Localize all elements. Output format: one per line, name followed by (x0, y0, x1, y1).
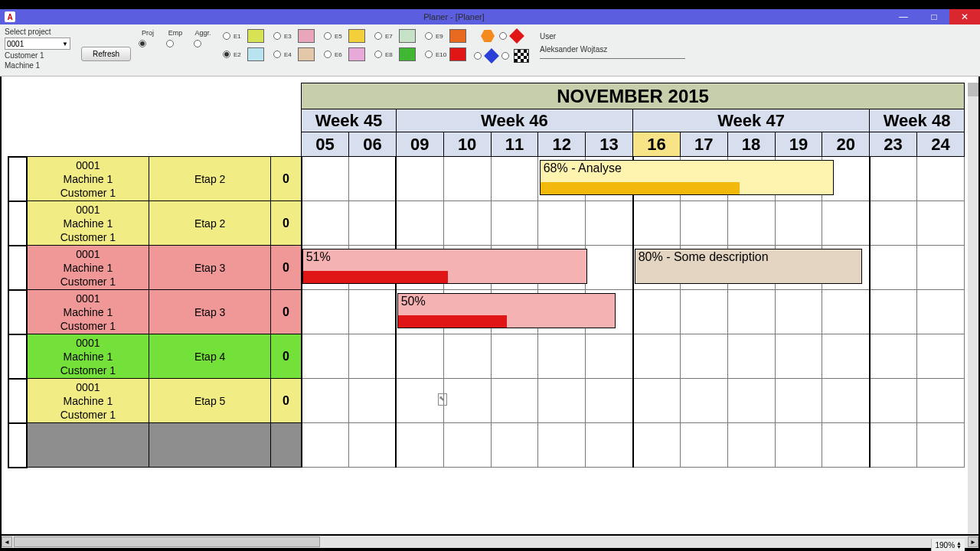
gantt-cell[interactable] (727, 290, 775, 334)
day-header[interactable]: 11 (491, 132, 538, 157)
gantt-cell[interactable]: 51%80% - Some description (302, 246, 349, 290)
gantt-cell[interactable] (491, 290, 538, 334)
gantt-cell[interactable] (775, 201, 822, 246)
radio-e8[interactable] (374, 51, 382, 58)
day-header[interactable]: 09 (396, 132, 443, 157)
gantt-cell[interactable] (822, 379, 870, 423)
gantt-cell[interactable] (586, 379, 633, 423)
gantt-cell[interactable] (349, 157, 397, 201)
gantt-cell[interactable] (775, 246, 822, 290)
gantt-cell[interactable] (727, 201, 775, 246)
day-header[interactable]: 20 (822, 132, 870, 157)
vertical-scrollbar[interactable] (968, 83, 978, 534)
radio-e4[interactable] (273, 51, 281, 58)
row-handle[interactable] (8, 246, 27, 290)
row-handle[interactable] (8, 334, 27, 379)
gantt-cell[interactable] (586, 157, 633, 201)
gantt-cell[interactable] (302, 334, 349, 379)
gantt-cell[interactable] (775, 157, 822, 201)
row-handle[interactable] (8, 201, 27, 246)
gantt-cell[interactable] (538, 379, 586, 423)
gantt-cell[interactable] (633, 157, 681, 201)
gantt-cell[interactable] (633, 290, 681, 334)
radio-e1[interactable] (223, 32, 230, 40)
gantt-cell[interactable] (633, 201, 681, 246)
gantt-cell[interactable] (443, 379, 491, 423)
radio-e7[interactable] (374, 32, 382, 40)
gantt-cell[interactable] (822, 290, 870, 334)
gantt-cell[interactable] (586, 290, 633, 334)
row-handle[interactable] (8, 379, 27, 423)
gantt-cell[interactable] (349, 290, 397, 334)
gantt-cell[interactable] (870, 201, 917, 246)
gantt-cell[interactable] (586, 246, 633, 290)
gantt-cell[interactable] (822, 201, 870, 246)
gantt-cell[interactable] (822, 334, 870, 379)
gantt-cell[interactable] (917, 334, 965, 379)
zoom-indicator[interactable]: 190% ▲▼ (931, 539, 965, 551)
gantt-cell[interactable]: 68% - Analyse (302, 157, 349, 201)
gantt-cell[interactable] (349, 201, 397, 246)
gantt-cell[interactable] (396, 334, 443, 379)
day-header[interactable]: 23 (870, 132, 917, 157)
gantt-cell[interactable] (775, 334, 822, 379)
radio-shape3[interactable] (501, 52, 509, 60)
gantt-cell[interactable] (349, 379, 397, 423)
day-header[interactable]: 12 (538, 132, 586, 157)
gantt-cell[interactable] (633, 246, 681, 290)
radio-e5[interactable] (324, 32, 332, 40)
project-select[interactable]: 0001 ▼ (5, 37, 70, 50)
gantt-cell[interactable] (822, 246, 870, 290)
gantt-cell[interactable] (870, 334, 917, 379)
gantt-cell[interactable] (633, 379, 681, 423)
scroll-left-button[interactable]: ◄ (2, 536, 12, 547)
row-handle[interactable] (8, 290, 27, 334)
gantt-cell[interactable] (680, 201, 727, 246)
gantt-cell[interactable] (396, 290, 443, 334)
horizontal-scrollbar[interactable]: ◄ ► (2, 536, 978, 548)
gantt-cell[interactable] (349, 246, 397, 290)
gantt-cell[interactable] (775, 379, 822, 423)
gantt-cell[interactable] (443, 157, 491, 201)
gantt-cell[interactable] (727, 157, 775, 201)
gantt-cell[interactable] (680, 157, 727, 201)
day-header[interactable]: 17 (680, 132, 727, 157)
gantt-cell[interactable] (822, 157, 870, 201)
gantt-cell[interactable] (396, 379, 443, 423)
scroll-right-button[interactable]: ► (968, 536, 978, 547)
gantt-cell[interactable] (680, 379, 727, 423)
radio-shape1[interactable] (499, 32, 507, 40)
gantt-cell[interactable] (538, 157, 586, 201)
gantt-cell[interactable] (727, 246, 775, 290)
gantt-cell[interactable] (870, 157, 917, 201)
radio-emp[interactable] (166, 40, 174, 47)
gantt-cell[interactable] (680, 290, 727, 334)
gantt-cell[interactable] (538, 201, 586, 246)
gantt-cell[interactable] (917, 157, 965, 201)
gantt-cell[interactable] (633, 334, 681, 379)
gantt-cell[interactable] (443, 290, 491, 334)
gantt-cell[interactable] (349, 334, 397, 379)
gantt-cell[interactable] (396, 157, 443, 201)
radio-e9[interactable] (425, 32, 433, 40)
day-header[interactable]: 05 (302, 132, 349, 157)
radio-e3[interactable] (273, 32, 281, 40)
day-header[interactable]: 18 (727, 132, 775, 157)
gantt-cell[interactable] (491, 246, 538, 290)
radio-shape2[interactable] (474, 52, 482, 60)
gantt-cell[interactable] (538, 334, 586, 379)
gantt-cell[interactable] (775, 290, 822, 334)
gantt-cell[interactable] (491, 334, 538, 379)
gantt-cell[interactable] (727, 379, 775, 423)
radio-aggr[interactable] (194, 40, 201, 47)
gantt-cell[interactable] (586, 334, 633, 379)
gantt-cell[interactable] (680, 334, 727, 379)
day-header[interactable]: 19 (775, 132, 822, 157)
gantt-cell[interactable] (917, 246, 965, 290)
gantt-cell[interactable] (443, 334, 491, 379)
day-header[interactable]: 13 (586, 132, 633, 157)
gantt-cell[interactable] (538, 246, 586, 290)
gantt-cell[interactable] (491, 201, 538, 246)
gantt-cell[interactable] (443, 246, 491, 290)
radio-e10[interactable] (425, 51, 433, 58)
